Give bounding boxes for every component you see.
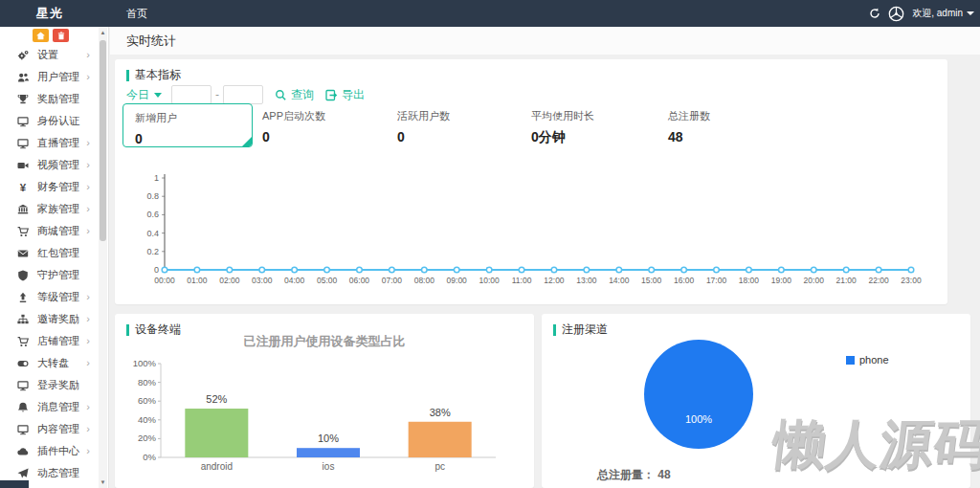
scroll-up-icon[interactable]: ▲: [99, 30, 107, 35]
home-button[interactable]: [33, 29, 49, 42]
app-brand: 星光: [36, 0, 63, 27]
sidebar-item-16[interactable]: 消息管理›: [0, 396, 100, 418]
video-icon: [17, 160, 30, 171]
svg-text:01:00: 01:00: [187, 276, 208, 285]
svg-text:08:00: 08:00: [414, 276, 435, 285]
svg-text:05:00: 05:00: [317, 276, 338, 285]
register-panel-title: 注册渠道: [562, 322, 608, 338]
sidebar-item-10[interactable]: 守护管理: [0, 264, 100, 286]
svg-text:100%: 100%: [133, 358, 157, 368]
avatar-icon[interactable]: [888, 6, 904, 22]
svg-text:06:00: 06:00: [349, 276, 370, 285]
sidebar-item-9[interactable]: 红包管理: [0, 242, 100, 264]
svg-text:0.4: 0.4: [146, 229, 159, 238]
sidebar-item-8[interactable]: 商城管理›: [0, 220, 100, 242]
stat-label: 活跃用户数: [397, 109, 450, 123]
pie-legend[interactable]: phone: [846, 354, 889, 366]
stat-card-new-users[interactable]: 新增用户 0: [122, 103, 253, 147]
svg-text:21:00: 21:00: [836, 276, 858, 285]
stat-label: 平均使用时长: [531, 109, 594, 123]
sidebar-item-14[interactable]: 大转盘›: [0, 352, 100, 374]
svg-text:¥: ¥: [20, 182, 27, 193]
svg-text:38%: 38%: [430, 407, 451, 418]
refresh-icon[interactable]: [869, 8, 880, 19]
sidebar-item-7[interactable]: 家族管理›: [0, 198, 100, 220]
svg-text:0%: 0%: [143, 452, 156, 462]
sidebar-item-5[interactable]: 视频管理›: [0, 154, 100, 176]
svg-text:10:00: 10:00: [479, 276, 500, 285]
sidebar-menu: 设置›用户管理›奖励管理身份认证直播管理›视频管理›¥财务管理›家族管理›商城管…: [0, 44, 100, 484]
chevron-right-icon: ›: [86, 402, 90, 412]
scrollbar-thumb[interactable]: [100, 40, 106, 241]
stat-avg-duration[interactable]: 平均使用时长 0分钟: [531, 109, 594, 146]
sidebar-item-label: 奖励管理: [37, 92, 79, 106]
query-button[interactable]: 查询: [275, 87, 314, 103]
chevron-right-icon: ›: [86, 336, 90, 346]
basic-panel-title: 基本指标: [135, 67, 181, 83]
sidebar-item-3[interactable]: 身份认证: [0, 110, 100, 132]
svg-text:android: android: [201, 461, 233, 472]
sidebar-item-label: 家族管理: [37, 202, 79, 216]
sidebar-item-13[interactable]: 店铺管理›: [0, 330, 100, 352]
sidebar-item-4[interactable]: 直播管理›: [0, 132, 100, 154]
export-label: 导出: [342, 87, 365, 103]
export-button[interactable]: 导出: [325, 87, 365, 103]
stat-label: 总注册数: [668, 109, 710, 123]
bar-chart-title: 已注册用户使用设备类型占比: [115, 333, 534, 350]
tab-home[interactable]: 首页: [119, 0, 155, 27]
cart-icon: [17, 336, 30, 347]
toggle-icon: [17, 358, 30, 369]
stat-active-users[interactable]: 活跃用户数 0: [397, 109, 450, 144]
chevron-right-icon: ›: [86, 314, 90, 324]
svg-text:09:00: 09:00: [447, 276, 468, 285]
sidebar-scrollbar[interactable]: ▲ ▼: [99, 27, 107, 488]
bank-icon: [17, 204, 30, 215]
svg-text:80%: 80%: [138, 377, 157, 388]
stat-value: 0: [397, 129, 450, 144]
scroll-down-icon[interactable]: ▼: [99, 479, 107, 485]
stat-app-starts[interactable]: APP启动次数 0: [262, 109, 325, 144]
sidebar-item-1[interactable]: 用户管理›: [0, 66, 100, 88]
sidebar-item-15[interactable]: 登录奖励: [0, 374, 100, 396]
sidebar-item-17[interactable]: 内容管理›: [0, 418, 100, 440]
legend-label: phone: [859, 354, 889, 366]
sitemap-icon: [17, 314, 30, 325]
desktop-icon: [17, 138, 30, 149]
sidebar-item-label: 设置: [37, 48, 58, 62]
export-icon: [325, 89, 338, 101]
user-menu[interactable]: 欢迎, admin: [912, 7, 974, 20]
cart-icon: [17, 226, 30, 237]
chevron-right-icon: ›: [86, 72, 90, 82]
svg-text:12:00: 12:00: [544, 276, 565, 285]
panel-accent-bar: [553, 324, 556, 336]
bell-icon: [17, 402, 30, 413]
svg-text:0: 0: [154, 265, 159, 275]
sidebar-item-label: 直播管理: [37, 136, 79, 150]
svg-text:0.8: 0.8: [146, 191, 159, 201]
svg-text:11:00: 11:00: [512, 276, 532, 285]
sidebar-item-18[interactable]: 插件中心›: [0, 440, 100, 462]
sidebar-item-2[interactable]: 奖励管理: [0, 88, 100, 110]
chevron-right-icon: ›: [86, 50, 90, 60]
envelope-icon: [17, 248, 30, 259]
date-start-input[interactable]: [171, 85, 212, 104]
sidebar-item-11[interactable]: 等级管理›: [0, 286, 100, 308]
date-range-select[interactable]: 今日: [126, 87, 162, 103]
svg-text:04:00: 04:00: [284, 276, 305, 285]
sidebar-item-6[interactable]: ¥财务管理›: [0, 176, 100, 198]
sidebar-item-12[interactable]: 邀请奖励›: [0, 308, 100, 330]
trophy-icon: [17, 94, 30, 105]
pie-chart: [644, 340, 753, 449]
trash-button[interactable]: [53, 29, 69, 42]
svg-text:16:00: 16:00: [674, 276, 695, 285]
desktop-icon: [17, 380, 30, 391]
svg-text:19:00: 19:00: [771, 276, 792, 285]
stat-total-registered[interactable]: 总注册数 48: [668, 109, 710, 144]
svg-text:23:00: 23:00: [901, 276, 922, 285]
sidebar-item-0[interactable]: 设置›: [0, 44, 100, 66]
sidebar-item-label: 视频管理: [37, 158, 79, 172]
svg-text:07:00: 07:00: [382, 276, 403, 285]
date-end-input[interactable]: [223, 85, 263, 104]
svg-text:1: 1: [154, 173, 159, 183]
legend-swatch: [846, 356, 855, 365]
